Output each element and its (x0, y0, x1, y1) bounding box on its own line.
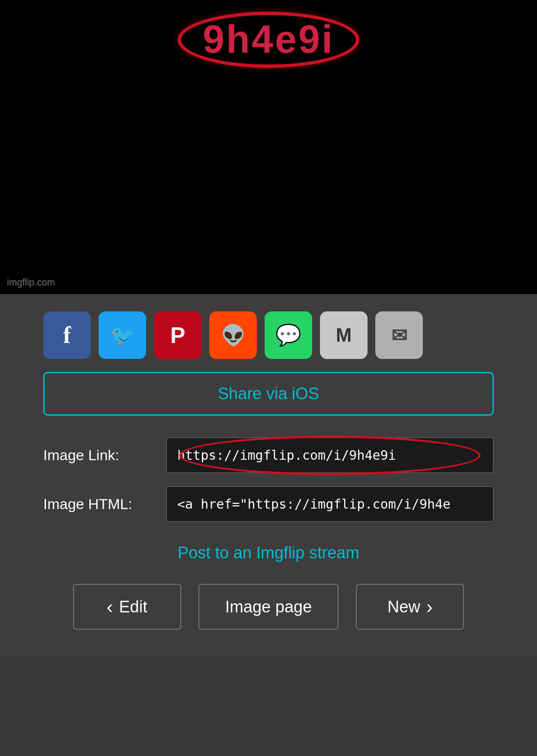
new-button[interactable]: New (356, 584, 464, 630)
image-html-label: Image HTML: (43, 496, 156, 513)
pinterest-share-button[interactable]: P (154, 311, 201, 359)
meme-text-overlay: 9h4e9i (190, 13, 347, 66)
whatsapp-icon: 💬 (275, 323, 301, 347)
gmail-icon: M (336, 324, 352, 346)
reddit-share-button[interactable]: 👽 (209, 311, 257, 359)
reddit-icon: 👽 (221, 324, 246, 347)
meme-image-container: 9h4e9i imgflip.com (0, 0, 537, 294)
chevron-right-icon (426, 596, 433, 618)
social-buttons-row: f 🐦 P 👽 💬 M ✉ (43, 311, 494, 359)
content-area: f 🐦 P 👽 💬 M ✉ Share via iOS Image Link: (0, 294, 537, 656)
edit-label: Edit (119, 598, 147, 616)
bottom-buttons-row: Edit Image page New (43, 584, 494, 630)
image-page-label: Image page (225, 598, 312, 616)
twitter-share-button[interactable]: 🐦 (99, 311, 146, 359)
share-ios-button[interactable]: Share via iOS (43, 372, 494, 416)
image-html-input[interactable] (166, 486, 494, 522)
imgflip-watermark: imgflip.com (7, 277, 55, 288)
share-ios-label: Share via iOS (218, 384, 319, 403)
chevron-left-icon (107, 596, 113, 618)
image-link-input[interactable] (166, 437, 494, 473)
image-page-button[interactable]: Image page (198, 584, 339, 630)
image-link-label: Image Link: (43, 447, 156, 464)
facebook-icon: f (63, 322, 71, 349)
email-share-button[interactable]: ✉ (375, 311, 423, 359)
image-html-wrapper (166, 486, 494, 522)
image-link-row: Image Link: (43, 437, 494, 473)
meme-canvas: 9h4e9i (0, 0, 537, 294)
gmail-share-button[interactable]: M (320, 311, 368, 359)
meme-caption: 9h4e9i (190, 13, 347, 66)
twitter-icon: 🐦 (110, 324, 135, 347)
pinterest-icon: P (170, 322, 185, 348)
edit-button[interactable]: Edit (73, 584, 181, 630)
facebook-share-button[interactable]: f (43, 311, 91, 359)
post-stream-link[interactable]: Post to an Imgflip stream (43, 544, 494, 562)
image-link-wrapper (166, 437, 494, 473)
image-html-row: Image HTML: (43, 486, 494, 522)
email-icon: ✉ (391, 324, 407, 346)
whatsapp-share-button[interactable]: 💬 (265, 311, 312, 359)
new-label: New (387, 598, 420, 616)
